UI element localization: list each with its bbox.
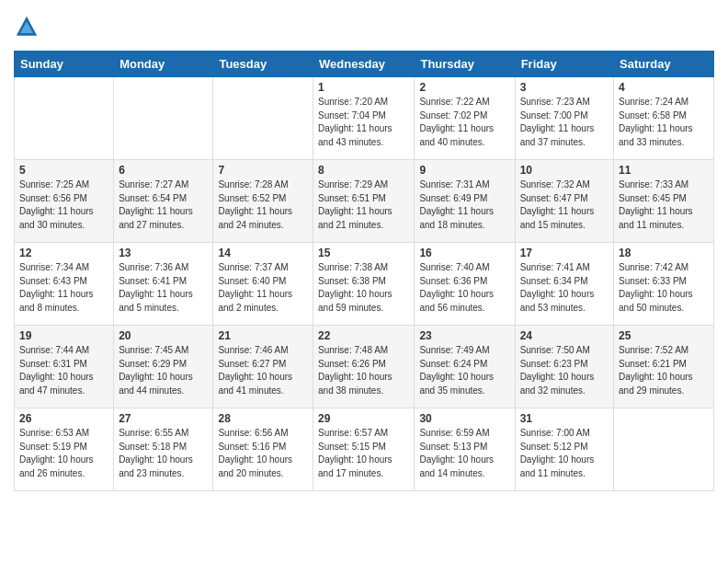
calendar-cell	[213, 77, 313, 160]
day-header-monday: Monday	[114, 52, 213, 77]
day-number: 17	[520, 247, 609, 259]
day-number: 27	[119, 412, 208, 425]
day-number: 1	[318, 81, 409, 94]
calendar-cell: 23Sunrise: 7:49 AM Sunset: 6:24 PM Dayli…	[415, 326, 515, 408]
calendar-cell: 16Sunrise: 7:40 AM Sunset: 6:36 PM Dayli…	[415, 243, 515, 326]
day-number: 19	[19, 329, 108, 342]
calendar-cell: 13Sunrise: 7:36 AM Sunset: 6:41 PM Dayli…	[114, 243, 213, 326]
calendar-week-row: 26Sunrise: 6:53 AM Sunset: 5:19 PM Dayli…	[15, 408, 714, 491]
day-number: 23	[419, 329, 509, 342]
day-number: 28	[218, 412, 308, 425]
calendar-cell: 27Sunrise: 6:55 AM Sunset: 5:18 PM Dayli…	[114, 408, 213, 491]
calendar-cell: 31Sunrise: 7:00 AM Sunset: 5:12 PM Dayli…	[515, 408, 613, 491]
day-info: Sunrise: 7:28 AM Sunset: 6:52 PM Dayligh…	[218, 178, 308, 232]
day-info: Sunrise: 7:37 AM Sunset: 6:40 PM Dayligh…	[218, 261, 308, 315]
calendar-cell: 8Sunrise: 7:29 AM Sunset: 6:51 PM Daylig…	[313, 160, 415, 243]
calendar-cell: 30Sunrise: 6:59 AM Sunset: 5:13 PM Dayli…	[415, 408, 515, 491]
day-header-sunday: Sunday	[15, 52, 114, 77]
day-number: 14	[218, 247, 308, 259]
day-info: Sunrise: 7:33 AM Sunset: 6:45 PM Dayligh…	[619, 178, 709, 232]
calendar-cell: 26Sunrise: 6:53 AM Sunset: 5:19 PM Dayli…	[15, 408, 114, 491]
day-number: 12	[19, 247, 108, 259]
calendar-cell: 22Sunrise: 7:48 AM Sunset: 6:26 PM Dayli…	[313, 326, 415, 408]
day-number: 3	[520, 81, 609, 94]
day-number: 31	[520, 412, 609, 425]
day-number: 2	[419, 81, 509, 94]
calendar-cell: 21Sunrise: 7:46 AM Sunset: 6:27 PM Dayli…	[213, 326, 313, 408]
calendar-week-row: 1Sunrise: 7:20 AM Sunset: 7:04 PM Daylig…	[15, 77, 714, 160]
day-number: 8	[318, 164, 409, 177]
day-info: Sunrise: 6:56 AM Sunset: 5:16 PM Dayligh…	[218, 427, 308, 480]
calendar-cell: 11Sunrise: 7:33 AM Sunset: 6:45 PM Dayli…	[614, 160, 714, 243]
day-info: Sunrise: 6:53 AM Sunset: 5:19 PM Dayligh…	[19, 427, 108, 480]
day-info: Sunrise: 7:34 AM Sunset: 6:43 PM Dayligh…	[19, 261, 108, 315]
calendar-cell: 18Sunrise: 7:42 AM Sunset: 6:33 PM Dayli…	[614, 243, 714, 326]
day-number: 21	[218, 329, 308, 342]
day-info: Sunrise: 7:25 AM Sunset: 6:56 PM Dayligh…	[19, 178, 108, 232]
calendar-cell: 10Sunrise: 7:32 AM Sunset: 6:47 PM Dayli…	[515, 160, 613, 243]
day-info: Sunrise: 7:41 AM Sunset: 6:34 PM Dayligh…	[520, 261, 609, 315]
day-number: 7	[218, 164, 308, 177]
calendar-cell: 25Sunrise: 7:52 AM Sunset: 6:21 PM Dayli…	[614, 326, 714, 408]
calendar-week-row: 5Sunrise: 7:25 AM Sunset: 6:56 PM Daylig…	[15, 160, 714, 243]
calendar-cell: 6Sunrise: 7:27 AM Sunset: 6:54 PM Daylig…	[114, 160, 213, 243]
calendar-cell: 17Sunrise: 7:41 AM Sunset: 6:34 PM Dayli…	[515, 243, 613, 326]
day-info: Sunrise: 7:00 AM Sunset: 5:12 PM Dayligh…	[520, 427, 609, 480]
day-info: Sunrise: 7:52 AM Sunset: 6:21 PM Dayligh…	[619, 344, 709, 397]
calendar-cell: 12Sunrise: 7:34 AM Sunset: 6:43 PM Dayli…	[15, 243, 114, 326]
day-info: Sunrise: 7:50 AM Sunset: 6:23 PM Dayligh…	[520, 344, 609, 397]
day-info: Sunrise: 6:59 AM Sunset: 5:13 PM Dayligh…	[419, 427, 509, 480]
calendar-cell: 15Sunrise: 7:38 AM Sunset: 6:38 PM Dayli…	[313, 243, 415, 326]
calendar-cell: 4Sunrise: 7:24 AM Sunset: 6:58 PM Daylig…	[614, 77, 714, 160]
calendar-week-row: 19Sunrise: 7:44 AM Sunset: 6:31 PM Dayli…	[15, 326, 714, 408]
day-info: Sunrise: 7:22 AM Sunset: 7:02 PM Dayligh…	[419, 96, 509, 149]
day-number: 29	[318, 412, 409, 425]
day-number: 26	[19, 412, 108, 425]
day-number: 6	[119, 164, 208, 177]
day-info: Sunrise: 7:44 AM Sunset: 6:31 PM Dayligh…	[19, 344, 108, 397]
day-header-wednesday: Wednesday	[313, 52, 415, 77]
day-info: Sunrise: 7:29 AM Sunset: 6:51 PM Dayligh…	[318, 178, 409, 232]
day-info: Sunrise: 7:49 AM Sunset: 6:24 PM Dayligh…	[419, 344, 509, 397]
day-info: Sunrise: 7:42 AM Sunset: 6:33 PM Dayligh…	[619, 261, 709, 315]
calendar-header-row: SundayMondayTuesdayWednesdayThursdayFrid…	[15, 52, 714, 77]
day-number: 13	[119, 247, 208, 259]
calendar-cell: 24Sunrise: 7:50 AM Sunset: 6:23 PM Dayli…	[515, 326, 613, 408]
day-number: 5	[19, 164, 108, 177]
day-number: 18	[619, 247, 709, 259]
day-info: Sunrise: 7:20 AM Sunset: 7:04 PM Dayligh…	[318, 96, 409, 149]
day-info: Sunrise: 7:46 AM Sunset: 6:27 PM Dayligh…	[218, 344, 308, 397]
calendar-cell	[614, 408, 714, 491]
day-number: 24	[520, 329, 609, 342]
page-header	[14, 14, 714, 40]
calendar-table: SundayMondayTuesdayWednesdayThursdayFrid…	[14, 51, 714, 491]
calendar-cell: 5Sunrise: 7:25 AM Sunset: 6:56 PM Daylig…	[15, 160, 114, 243]
day-header-friday: Friday	[515, 52, 613, 77]
day-number: 22	[318, 329, 409, 342]
day-number: 9	[419, 164, 509, 177]
day-number: 30	[419, 412, 509, 425]
calendar-cell: 1Sunrise: 7:20 AM Sunset: 7:04 PM Daylig…	[313, 77, 415, 160]
logo	[14, 14, 43, 40]
day-number: 4	[619, 81, 709, 94]
day-number: 11	[619, 164, 709, 177]
day-info: Sunrise: 7:38 AM Sunset: 6:38 PM Dayligh…	[318, 261, 409, 315]
calendar-cell	[15, 77, 114, 160]
calendar-cell: 9Sunrise: 7:31 AM Sunset: 6:49 PM Daylig…	[415, 160, 515, 243]
calendar-cell: 28Sunrise: 6:56 AM Sunset: 5:16 PM Dayli…	[213, 408, 313, 491]
day-info: Sunrise: 7:23 AM Sunset: 7:00 PM Dayligh…	[520, 96, 609, 149]
calendar-cell: 7Sunrise: 7:28 AM Sunset: 6:52 PM Daylig…	[213, 160, 313, 243]
day-number: 15	[318, 247, 409, 259]
day-info: Sunrise: 7:27 AM Sunset: 6:54 PM Dayligh…	[119, 178, 208, 232]
day-info: Sunrise: 7:48 AM Sunset: 6:26 PM Dayligh…	[318, 344, 409, 397]
calendar-cell: 29Sunrise: 6:57 AM Sunset: 5:15 PM Dayli…	[313, 408, 415, 491]
calendar-cell: 3Sunrise: 7:23 AM Sunset: 7:00 PM Daylig…	[515, 77, 613, 160]
day-header-thursday: Thursday	[415, 52, 515, 77]
calendar-cell: 2Sunrise: 7:22 AM Sunset: 7:02 PM Daylig…	[415, 77, 515, 160]
day-info: Sunrise: 7:32 AM Sunset: 6:47 PM Dayligh…	[520, 178, 609, 232]
day-info: Sunrise: 7:31 AM Sunset: 6:49 PM Dayligh…	[419, 178, 509, 232]
calendar-cell: 14Sunrise: 7:37 AM Sunset: 6:40 PM Dayli…	[213, 243, 313, 326]
day-header-tuesday: Tuesday	[213, 52, 313, 77]
day-info: Sunrise: 6:55 AM Sunset: 5:18 PM Dayligh…	[119, 427, 208, 480]
calendar-cell: 19Sunrise: 7:44 AM Sunset: 6:31 PM Dayli…	[15, 326, 114, 408]
